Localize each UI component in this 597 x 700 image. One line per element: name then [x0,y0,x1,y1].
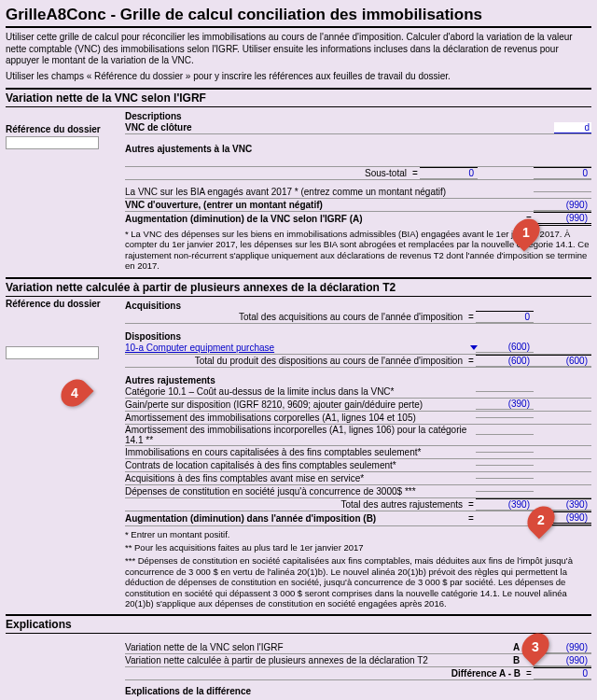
acq-total-val: 0 [476,311,534,323]
autres-ajust-heading: Autres ajustements à la VNC [125,144,591,154]
ar-line-6: Acquisitions à des fins comptables avant… [125,473,476,483]
exp-rowA-label: Variation nette de la VNC selon l'IGRF [125,642,513,652]
exp-rowB-label: Variation nette calculée à partir de plu… [125,655,513,665]
dispositions-heading: Dispositions [125,331,591,342]
aug-a-val: (990) [534,212,591,226]
ar-val-1[interactable]: (390) [476,399,534,410]
disp-total-val-2: (600) [534,355,591,367]
acq-total-label: Total des acquisitions au cours de l'ann… [125,312,466,322]
sous-total-val-2: 0 [534,167,591,179]
note-star3: *** Dépenses de constitution en société … [125,555,591,609]
bia-line-label: La VNC sur les BIA engagés avant 2017 * … [125,187,534,197]
diff-val: 0 [534,667,591,679]
disposition-link[interactable]: 10-a Computer equipment purchase [125,343,274,353]
section-title-t2: Variation nette calculée à partir de plu… [6,277,591,297]
disp-link-val[interactable]: (600) [476,342,534,353]
bia-line-val[interactable] [534,191,591,192]
descriptions-heading: Descriptions [125,111,591,121]
disp-total-label: Total du produit des dispositions au cou… [125,356,466,366]
aug-b-label: Augmentation (diminution) dans l'année d… [125,513,466,524]
note-star1: * Entrer un montant positif. [125,529,591,539]
ar-val-4[interactable] [476,452,534,453]
vnc-cloture-label: VNC de clôture [125,122,414,133]
ar-val-7[interactable] [476,491,534,492]
sous-total-label: Sous-total [125,168,410,178]
disp-total-val-1: (600) [476,355,534,367]
ref-label-1: Référence du dossier [6,124,119,134]
diff-label: Différence A - B [125,668,524,679]
page-title: GrilleA8Conc - Grille de calcul concilia… [6,6,591,28]
ar-val-0[interactable] [476,391,534,392]
acquisitions-heading: Acquisitions [125,301,591,311]
note-star2: ** Pour les acquisitions faites au plus … [125,542,591,553]
vnc-ouverture-val[interactable]: (990) [534,200,591,211]
ref-input-2[interactable] [6,346,99,359]
section-title-igrf: Variation nette de la VNC selon l'IGRF [6,88,591,107]
ar-val-3[interactable] [476,434,534,435]
ar-line-1: Gain/perte sur disposition (IGRF 8210, 9… [125,399,476,410]
expl-diff-heading: Explications de la différence [125,686,591,696]
ref-input-1[interactable] [6,136,99,149]
ar-val-6[interactable] [476,478,534,479]
ar-val-5[interactable] [476,465,534,466]
aug-a-label: Augmentation (diminution) de la VNC selo… [125,214,524,224]
sous-total-val-1: 0 [420,167,478,179]
vnc-ouverture-label: VNC d'ouverture, (entrer un montant néga… [125,200,534,210]
ref-label-2: Référence du dossier [6,299,119,309]
ar-line-7: Dépenses de constitution en société jusq… [125,486,476,497]
vnc-cloture-input[interactable]: d [554,122,591,133]
ar-val-2[interactable] [476,417,534,418]
ar-line-4: Immobilisations en cours capitalisées à … [125,447,476,457]
autres-total-v1: (390) [476,498,534,511]
autres-rajust-heading: Autres rajustements [125,375,591,385]
ar-line-0: Catégorie 10.1 – Coût au-dessus de la li… [125,386,476,397]
autres-total-label: Total des autres rajustements [125,499,466,510]
ar-line-2: Amortissement des immobilisations corpor… [125,413,476,423]
ar-line-5: Contrats de location capitalisés à des f… [125,460,476,470]
ar-line-3: Amortissement des immobilisations incorp… [125,425,476,445]
intro-text-2: Utiliser les champs « Référence du dossi… [6,71,591,83]
intro-text-1: Utiliser cette grille de calcul pour réc… [6,32,591,67]
section-title-explications: Explications [6,614,591,634]
